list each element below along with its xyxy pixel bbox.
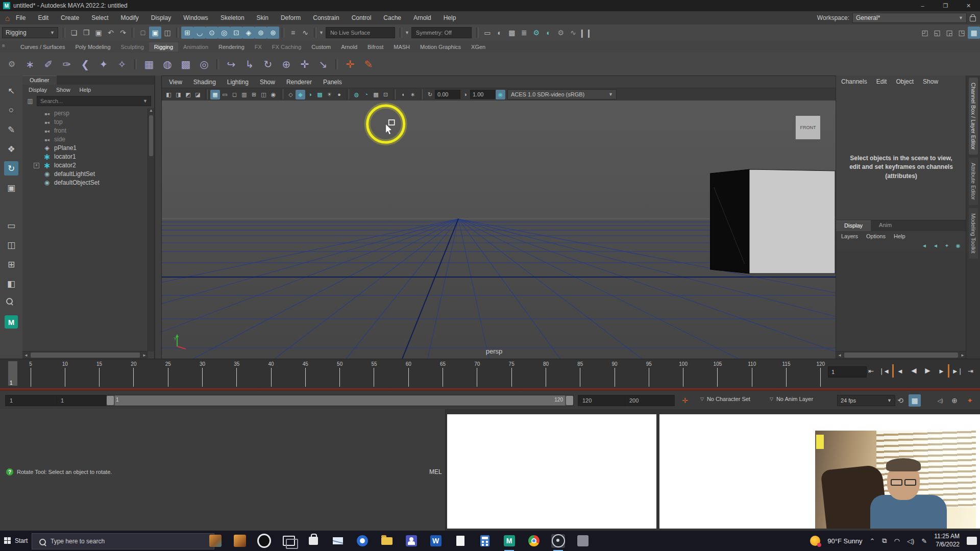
pen-icon[interactable]: ✎ — [921, 537, 927, 545]
outliner-item[interactable]: pPlane1 — [22, 144, 148, 152]
layout-four-pane-icon[interactable] — [4, 257, 18, 271]
smooth-shade-icon[interactable] — [296, 90, 305, 99]
layer-editor-menu-item[interactable]: Layers — [841, 233, 858, 239]
paint-select-tool-icon[interactable] — [4, 122, 18, 137]
shelf-tab[interactable]: Curves / Surfaces — [15, 42, 70, 52]
obs-virtualcam-icon[interactable] — [551, 534, 565, 548]
open-scene-icon[interactable] — [80, 27, 92, 39]
menu-item[interactable]: File — [16, 14, 26, 21]
undo-icon[interactable] — [105, 27, 117, 39]
snap-to-whole-frames-icon[interactable] — [909, 394, 921, 407]
workspace-select[interactable]: General* ▼ — [852, 13, 967, 23]
animation-start-field[interactable]: 1 — [5, 395, 59, 406]
channel-box-menu-item[interactable]: Object — [896, 78, 914, 85]
pole-vector-constraint-icon[interactable] — [296, 56, 313, 73]
play-backwards-button[interactable]: ◄ — [908, 364, 920, 378]
menu-item[interactable]: Constrain — [313, 14, 339, 21]
chevron-down-icon[interactable]: ▼ — [405, 30, 409, 35]
scale-tool-icon[interactable] — [4, 181, 18, 195]
menu-item[interactable]: Arnold — [413, 14, 431, 21]
taskbar-search-input[interactable]: Type here to search — [32, 533, 214, 549]
cast-icon[interactable]: ⧉ — [882, 537, 887, 545]
paint-effects-icon[interactable] — [567, 27, 579, 39]
snap-together-icon[interactable] — [255, 27, 267, 39]
input-connections-icon[interactable] — [287, 27, 299, 39]
bend-deformer-icon[interactable] — [177, 56, 194, 73]
scroll-right-icon[interactable]: ► — [959, 352, 966, 359]
render-settings-icon[interactable] — [530, 27, 543, 39]
shelf-tab[interactable]: Bifrost — [362, 42, 388, 52]
outliner-menu-item[interactable]: Display — [29, 87, 47, 93]
minimize-button[interactable]: – — [911, 0, 934, 11]
sidebar-vertical-tab[interactable]: Attribute Editor — [969, 158, 978, 205]
menu-item[interactable]: Select — [91, 14, 108, 21]
range-slider[interactable]: 1 120 — [106, 395, 574, 406]
pinned-photo-1[interactable] — [208, 534, 222, 548]
insert-joint-icon[interactable] — [77, 56, 94, 73]
safe-title-icon[interactable] — [268, 90, 278, 99]
sidebar-toggle-tool-settings-icon[interactable] — [955, 27, 968, 39]
range-start-handle[interactable] — [107, 396, 114, 405]
playback-loop-icon[interactable] — [894, 394, 906, 407]
layer-editor-scrollbar[interactable]: ◄ ► — [836, 351, 966, 359]
task-view-icon[interactable] — [282, 534, 296, 548]
point-constraint-icon[interactable] — [241, 56, 258, 73]
shelf-tab[interactable]: Sculpting — [116, 42, 149, 52]
scroll-left-icon[interactable]: ◄ — [836, 352, 843, 359]
channel-box-menu-item[interactable]: Channels — [841, 78, 867, 85]
wrap-deformer-icon[interactable] — [195, 56, 213, 73]
construction-history-icon[interactable] — [299, 27, 311, 39]
time-sync-icon[interactable] — [948, 394, 961, 407]
layout-outliner-persp-icon[interactable] — [4, 277, 18, 291]
wifi-icon[interactable]: ◠ — [894, 537, 900, 545]
humanik-character-icon[interactable] — [95, 56, 112, 73]
gamma-icon[interactable] — [460, 90, 470, 99]
shelf-tab[interactable]: Motion Graphics — [415, 42, 466, 52]
outliner-item[interactable]: side — [22, 135, 148, 143]
channel-box-menu-item[interactable]: Edit — [876, 78, 887, 85]
viewport-menu-item[interactable]: View — [169, 79, 182, 86]
create-joint-icon[interactable] — [21, 56, 39, 73]
outliner-item[interactable]: locator1 — [22, 153, 148, 161]
shelf-tab[interactable]: Poly Modeling — [70, 42, 115, 52]
step-back-key-button[interactable]: ◄ — [892, 364, 906, 378]
shelf-tab[interactable]: FX Caching — [267, 42, 306, 52]
rotate-tool-icon[interactable] — [4, 161, 18, 176]
scale-constraint-icon[interactable] — [314, 56, 332, 73]
safe-action-icon[interactable] — [259, 90, 268, 99]
shadows-icon[interactable] — [334, 90, 344, 99]
bookmark-icon[interactable] — [193, 90, 203, 99]
menu-set-select[interactable]: Rigging ▼ — [2, 27, 58, 38]
layer-editor-menu-item[interactable]: Help — [894, 233, 905, 239]
shelf-tab[interactable]: Rendering — [213, 42, 250, 52]
grid-toggle-icon[interactable] — [210, 90, 220, 99]
layer-editor-menu-item[interactable]: Options — [866, 233, 886, 239]
create-empty-layer-icon[interactable]: ✦ — [943, 241, 951, 249]
ambient-occlusion-icon[interactable] — [352, 90, 361, 99]
sidebar-toggle-hik-icon[interactable] — [931, 27, 943, 39]
outliner-item[interactable]: top — [22, 118, 148, 126]
pinned-photo-2[interactable] — [233, 534, 247, 548]
weather-text[interactable]: 90°F Sunny — [827, 537, 862, 545]
gamma-field[interactable]: 1.00 — [470, 90, 496, 99]
shelf-tab[interactable]: Arnold — [336, 42, 362, 52]
make-live-icon[interactable] — [242, 27, 255, 39]
resolution-gate-icon[interactable] — [230, 90, 239, 99]
outliner-item[interactable]: front — [22, 127, 148, 135]
scroll-right-icon[interactable]: ► — [141, 352, 148, 359]
select-hierarchy-icon[interactable] — [137, 27, 149, 39]
play-forwards-button[interactable]: ► — [921, 364, 934, 378]
shelf-gear-icon[interactable] — [3, 56, 20, 73]
animation-end-field[interactable]: 200 — [625, 395, 675, 406]
colorspace-select[interactable]: ACES 1.0 SDR-video (sRGB) ▼ — [507, 89, 617, 99]
move-layer-down-icon[interactable]: ◄ — [932, 241, 940, 249]
aim-constraint-icon[interactable] — [278, 56, 295, 73]
layer-list-empty[interactable] — [836, 252, 966, 352]
outliner-item[interactable]: locator2 — [22, 161, 148, 169]
chevron-down-icon[interactable]: ▼ — [319, 30, 324, 35]
go-to-end-button[interactable]: ⇥ — [964, 364, 977, 378]
fps-select[interactable]: 24 fps ▼ — [837, 395, 895, 406]
volume-icon[interactable]: ◁) — [907, 537, 914, 545]
front-image-plane-badge[interactable]: FRONT — [796, 116, 820, 139]
playback-end-field[interactable]: 120 — [578, 395, 628, 406]
